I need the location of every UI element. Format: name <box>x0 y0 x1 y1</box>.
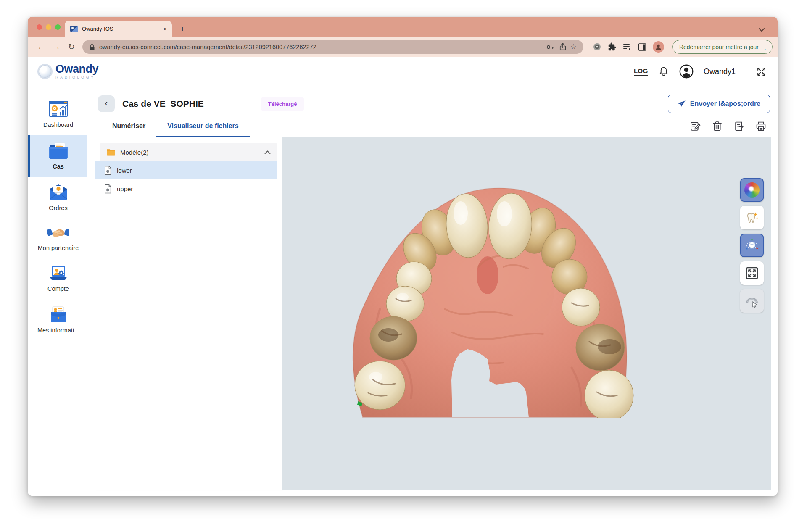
person-icon <box>655 43 662 50</box>
tab-visualiseur-de-fichiers[interactable]: Visualiseur de fichiers <box>156 117 250 137</box>
close-window-button[interactable] <box>37 24 42 30</box>
share-icon[interactable] <box>559 43 566 51</box>
reload-button[interactable]: ↻ <box>65 40 78 54</box>
my-info-folder-icon <box>48 306 69 323</box>
tab-favicon-icon <box>70 26 78 32</box>
sidebar: Dashboard Cas <box>28 86 87 496</box>
polish-tooth-button[interactable] <box>740 206 764 229</box>
delete-trash-icon[interactable] <box>712 121 723 132</box>
case-title-row: ‹ Cas de VE SOPHIE Téléchargé Envoyer l&… <box>87 86 778 116</box>
reading-list-icon[interactable] <box>623 43 632 51</box>
sidebar-item-dashboard[interactable]: Dashboard <box>28 94 87 135</box>
sidebar-item-ordres[interactable]: Ordres <box>28 177 87 219</box>
color-mode-button[interactable] <box>740 178 764 202</box>
page-title: Cas de VE SOPHIE <box>122 99 204 109</box>
3d-cube-axes-icon <box>745 238 759 253</box>
sidebar-label: Mes informati... <box>37 327 79 334</box>
back-button[interactable]: ← <box>34 40 48 54</box>
address-bar[interactable]: owandy-eu.ios-connect.com/case-managemen… <box>82 40 583 54</box>
app-header: Owandy RADIOLOGY LOG Owandy1 <box>28 57 778 86</box>
export-file-icon[interactable] <box>733 121 745 132</box>
model-viewer-canvas[interactable] <box>282 137 771 490</box>
extension-wheel-icon[interactable] <box>593 42 601 51</box>
sidebar-label: Compte <box>47 285 69 292</box>
sidebar-item-compte[interactable]: Compte <box>28 258 87 299</box>
new-tab-button[interactable]: + <box>180 24 185 33</box>
browser-tab[interactable]: Owandy-IOS × <box>65 21 172 37</box>
fit-to-screen-button[interactable] <box>740 261 764 285</box>
lock-icon <box>89 44 95 50</box>
file-tree-panel: Modèle(2) lower <box>95 137 282 490</box>
status-badge: Téléchargé <box>261 97 304 111</box>
file-row-upper[interactable]: upper <box>95 179 277 198</box>
browser-menu-icon[interactable]: ⋮ <box>762 43 768 51</box>
puzzle-extensions-icon[interactable] <box>608 42 617 51</box>
tab-title: Owandy-IOS <box>82 26 159 32</box>
sidebar-label: Ordres <box>49 205 67 211</box>
maximize-window-button[interactable] <box>55 24 61 30</box>
side-panel-icon[interactable] <box>638 43 646 51</box>
notifications-bell-icon[interactable] <box>658 66 669 77</box>
url-text: owandy-eu.ios-connect.com/case-managemen… <box>99 44 542 50</box>
brand-subtitle: RADIOLOGY <box>55 76 98 79</box>
folder-icon <box>106 148 116 156</box>
sidebar-item-mon-partenaire[interactable]: Mon partenaire <box>28 219 87 258</box>
minimize-window-button[interactable] <box>46 24 51 30</box>
case-tabs: Numériser Visualiseur de fichiers <box>87 116 778 137</box>
tab-search-chevron-icon[interactable] <box>758 28 765 32</box>
window-controls <box>37 24 61 30</box>
extensions-row <box>588 41 668 53</box>
send-plane-icon <box>678 100 686 108</box>
dashboard-icon <box>48 100 69 118</box>
tab-numeriser[interactable]: Numériser <box>101 117 156 137</box>
bookmark-star-icon[interactable]: ☆ <box>570 42 577 51</box>
file-name: upper <box>117 185 133 192</box>
owandy-logo[interactable]: Owandy RADIOLOGY <box>37 63 98 79</box>
chrome-update-button[interactable]: Redémarrer pour mettre à jour ⋮ <box>672 40 773 54</box>
fullscreen-icon[interactable] <box>756 66 767 77</box>
update-label: Redémarrer pour mettre à jour <box>679 44 759 50</box>
collapse-chevron-icon[interactable] <box>264 150 271 154</box>
sidebar-item-mes-informations[interactable]: Mes informati... <box>28 299 87 341</box>
select-jaw-button[interactable] <box>740 289 764 313</box>
brand-name: Owandy <box>55 63 98 75</box>
sidebar-label: Mon partenaire <box>38 245 79 251</box>
case-action-icons <box>690 121 767 137</box>
header-divider <box>746 64 746 79</box>
browser-profile-avatar[interactable] <box>653 41 664 53</box>
tab-close-icon[interactable]: × <box>163 25 167 32</box>
viewer-toolbar <box>740 178 764 313</box>
viewer-layout: Modèle(2) lower <box>87 137 778 496</box>
forward-button[interactable]: → <box>50 40 63 54</box>
edit-icon[interactable] <box>690 121 701 132</box>
folder-label: Modèle(2) <box>120 149 260 156</box>
browser-tabstrip: Owandy-IOS × + <box>28 17 778 37</box>
sidebar-label: Cas <box>53 163 64 170</box>
browser-window: Owandy-IOS × + ← → ↻ owandy-eu.ios-conne… <box>28 17 778 496</box>
app-root: Owandy RADIOLOGY LOG Owandy1 <box>28 57 778 496</box>
main-content: ‹ Cas de VE SOPHIE Téléchargé Envoyer l&… <box>87 86 778 496</box>
user-avatar[interactable] <box>679 64 694 79</box>
cases-folder-icon <box>48 142 69 159</box>
print-icon[interactable] <box>755 121 767 132</box>
owandy-logo-icon <box>37 64 53 79</box>
model-file-icon <box>104 184 112 194</box>
back-to-cases-button[interactable]: ‹ <box>98 95 115 112</box>
send-order-button[interactable]: Envoyer l&apos;ordre <box>668 95 770 113</box>
orders-envelope-icon <box>48 183 69 201</box>
partner-handshake-icon <box>47 225 69 241</box>
jaw-picker-icon <box>744 294 760 308</box>
file-row-lower[interactable]: lower <box>95 161 277 179</box>
file-name: lower <box>117 167 132 174</box>
browser-toolbar: ← → ↻ owandy-eu.ios-connect.com/case-man… <box>28 37 778 57</box>
dental-scan-3d-model[interactable] <box>340 183 634 418</box>
orientation-cube-button[interactable] <box>740 234 764 257</box>
user-name[interactable]: Owandy1 <box>704 67 736 76</box>
folder-row-modele[interactable]: Modèle(2) <box>100 143 277 161</box>
model-file-icon <box>104 166 112 175</box>
password-key-icon[interactable] <box>546 44 555 50</box>
log-button[interactable]: LOG <box>634 67 648 76</box>
sidebar-label: Dashboard <box>43 121 73 128</box>
sidebar-item-cas[interactable]: Cas <box>28 135 87 177</box>
expand-arrows-icon <box>745 266 759 280</box>
